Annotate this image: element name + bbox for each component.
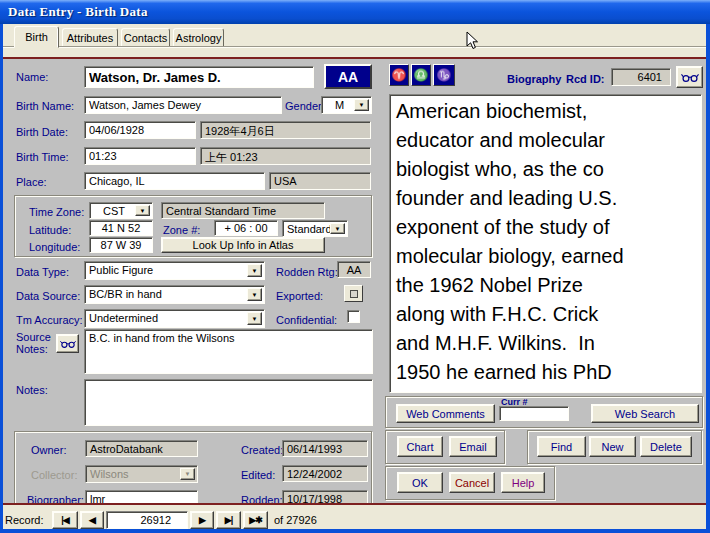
new-record-button[interactable]: ▶✱	[243, 511, 268, 529]
rodden-rating-label: Rodden Rtg:	[276, 266, 338, 278]
data-type-select[interactable]: Public Figure ▼	[84, 261, 265, 280]
biography-textarea[interactable]: American biochemist, educator and molecu…	[389, 94, 702, 393]
timezone-groupbox: Time Zone: CST ▼ Central Standard Time L…	[14, 195, 372, 257]
window-border-bottom	[0, 529, 710, 533]
chevron-down-icon[interactable]: ▼	[135, 205, 150, 216]
tm-accuracy-label: Tm Accuracy:	[16, 314, 83, 326]
current-record-input[interactable]	[106, 511, 188, 529]
last-record-button[interactable]: ▶|	[216, 511, 241, 529]
birth-date-input[interactable]	[84, 121, 196, 139]
data-type-value: Public Figure	[89, 264, 153, 276]
record-count-label: of 27926	[274, 514, 317, 526]
owner-label: Owner:	[31, 444, 66, 456]
aries-glyph-button[interactable]: ♈	[389, 64, 409, 86]
longitude-label: Longitude:	[29, 241, 80, 253]
zone-number-input[interactable]	[214, 220, 278, 236]
glasses-icon	[681, 72, 699, 83]
place-input[interactable]	[84, 172, 265, 190]
glasses-icon	[60, 339, 76, 349]
new-button[interactable]: New	[589, 436, 636, 457]
tm-accuracy-select[interactable]: Undetermined ▼	[84, 309, 265, 328]
time-zone-name: Central Standard Time	[161, 202, 325, 219]
email-button[interactable]: Email	[449, 436, 497, 457]
confidential-label: Confidential:	[276, 314, 337, 326]
name-input[interactable]	[84, 66, 314, 88]
ok-button[interactable]: OK	[397, 472, 443, 493]
owner-value: AstroDatabank	[85, 440, 198, 457]
source-notes-label: Source Notes:	[16, 331, 56, 355]
window-border-right	[706, 24, 710, 533]
source-notes-textarea[interactable]: B.C. in hand from the Wilsons	[84, 329, 373, 374]
web-search-button[interactable]: Web Search	[591, 404, 699, 423]
birth-name-label: Birth Name:	[16, 100, 74, 112]
longitude-input[interactable]	[89, 237, 153, 253]
tab-astrology[interactable]: Astrology	[173, 28, 224, 47]
birth-name-input[interactable]	[84, 96, 282, 114]
exported-label: Exported:	[276, 290, 323, 302]
exported-checkbox[interactable]	[344, 285, 363, 302]
zone-type-value: Standard	[287, 223, 332, 235]
chevron-down-icon[interactable]: ▼	[330, 223, 345, 234]
chevron-down-icon[interactable]: ▼	[247, 264, 262, 277]
biography-zoom-button[interactable]	[676, 66, 703, 88]
zone-number-label: Zone #:	[163, 224, 200, 236]
chevron-down-icon[interactable]: ▼	[247, 312, 262, 325]
collector-value: Wilsons	[90, 468, 129, 480]
mouse-cursor	[466, 31, 479, 51]
help-button[interactable]: Help	[501, 472, 545, 493]
collector-select: Wilsons ▼	[85, 465, 198, 483]
curr-number-input[interactable]	[499, 406, 569, 421]
biography-label[interactable]: Biography	[507, 73, 561, 85]
chart-button[interactable]: Chart	[397, 436, 443, 457]
record-label: Record:	[5, 514, 44, 526]
tab-birth[interactable]: Birth	[14, 26, 59, 48]
birth-time-input[interactable]	[84, 147, 196, 165]
record-actions-groupbox: Find New Delete	[527, 430, 702, 464]
window-border-left	[0, 24, 3, 533]
tab-label: Attributes	[67, 32, 113, 44]
cancel-button[interactable]: Cancel	[449, 472, 495, 493]
birth-time-label: Birth Time:	[16, 151, 69, 163]
source-notes-zoom-button[interactable]	[56, 334, 79, 353]
created-label: Created:	[241, 444, 283, 456]
delete-button[interactable]: Delete	[640, 436, 692, 457]
time-zone-label: Time Zone:	[29, 206, 84, 218]
name-style-button[interactable]: AA	[324, 64, 372, 89]
created-value: 06/14/1993	[282, 440, 368, 457]
gender-select[interactable]: M ▼	[321, 96, 372, 114]
notes-textarea[interactable]	[84, 379, 373, 426]
tab-attributes[interactable]: Attributes	[62, 28, 118, 47]
place-country: USA	[269, 172, 371, 190]
collector-label: Collector:	[31, 469, 77, 481]
tab-label: Contacts	[124, 32, 167, 44]
next-record-button[interactable]: ▶	[190, 511, 214, 529]
first-record-button[interactable]: |◀	[52, 511, 78, 529]
time-zone-select[interactable]: CST ▼	[89, 202, 153, 219]
atlas-lookup-button[interactable]: Look Up Info in Atlas	[161, 237, 325, 253]
data-source-value: BC/BR in hand	[89, 288, 162, 300]
gender-label: Gender:	[285, 100, 325, 112]
find-button[interactable]: Find	[537, 436, 586, 457]
tab-contacts[interactable]: Contacts	[121, 28, 170, 47]
web-groupbox: Web Comments Curr # Web Search	[385, 396, 703, 428]
data-source-select[interactable]: BC/BR in hand ▼	[84, 285, 265, 304]
chevron-down-icon[interactable]: ▼	[354, 99, 369, 111]
exported-square-icon	[350, 290, 358, 298]
latitude-input[interactable]	[89, 220, 153, 236]
previous-record-button[interactable]: ◀	[80, 511, 104, 529]
data-type-label: Data Type:	[16, 266, 69, 278]
name-label: Name:	[16, 71, 48, 83]
zone-type-select[interactable]: Standard ▼	[282, 220, 348, 237]
libra-glyph-button[interactable]: ♎	[411, 64, 431, 86]
birth-time-localized: 上午 01:23	[200, 147, 371, 165]
rodden-rating-value: AA	[337, 261, 371, 278]
capricorn-glyph-button[interactable]: ♑	[433, 64, 455, 86]
chevron-down-icon[interactable]: ▼	[247, 288, 262, 301]
rcd-id-label: Rcd ID:	[566, 73, 605, 85]
web-comments-button[interactable]: Web Comments	[396, 404, 495, 423]
tab-label: Birth	[25, 31, 48, 43]
birth-date-label: Birth Date:	[16, 126, 68, 138]
dialog-buttons-groupbox: OK Cancel Help	[385, 466, 555, 500]
tab-label: Astrology	[176, 32, 222, 44]
confidential-checkbox[interactable]	[347, 310, 360, 323]
